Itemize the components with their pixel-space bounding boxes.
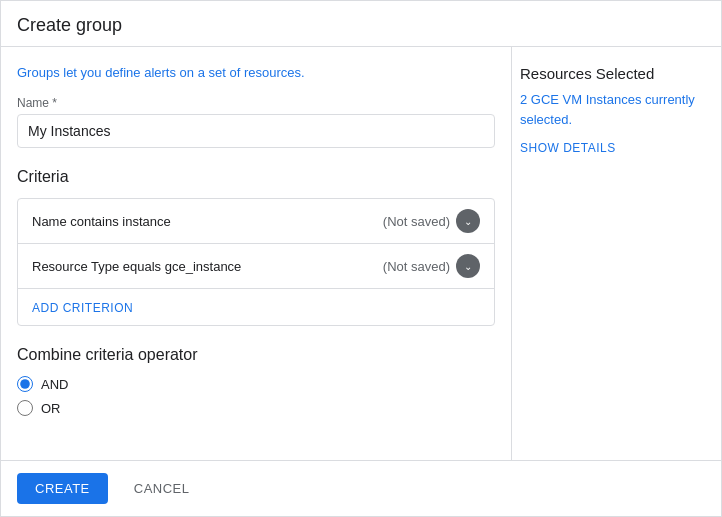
criteria-section: Criteria Name contains instance (Not sav… xyxy=(17,168,495,326)
radio-and-input[interactable] xyxy=(17,376,33,392)
page-header: Create group xyxy=(1,1,721,47)
page-title: Create group xyxy=(17,15,122,35)
radio-or-input[interactable] xyxy=(17,400,33,416)
resources-desc: 2 GCE VM Instances currently selected. xyxy=(520,90,705,129)
radio-or-label: OR xyxy=(41,401,61,416)
criteria-box: Name contains instance (Not saved) ⌄ Res… xyxy=(17,198,495,326)
combine-title: Combine criteria operator xyxy=(17,346,495,364)
criteria-right-2: (Not saved) ⌄ xyxy=(383,254,480,278)
radio-and[interactable]: AND xyxy=(17,376,495,392)
not-saved-1: (Not saved) xyxy=(383,214,450,229)
create-button[interactable]: CREATE xyxy=(17,473,108,504)
add-criterion-link[interactable]: ADD CRITERION xyxy=(32,301,133,315)
radio-and-label: AND xyxy=(41,377,68,392)
side-panel: Resources Selected 2 GCE VM Instances cu… xyxy=(511,47,721,460)
criteria-row-1: Name contains instance (Not saved) ⌄ xyxy=(18,199,494,244)
radio-or[interactable]: OR xyxy=(17,400,495,416)
info-text: Groups let you define alerts on a set of… xyxy=(17,65,495,80)
criteria-row-2: Resource Type equals gce_instance (Not s… xyxy=(18,244,494,289)
chevron-btn-2[interactable]: ⌄ xyxy=(456,254,480,278)
not-saved-2: (Not saved) xyxy=(383,259,450,274)
combine-section: Combine criteria operator AND OR xyxy=(17,346,495,416)
radio-group: AND OR xyxy=(17,376,495,416)
main-content: Groups let you define alerts on a set of… xyxy=(1,47,511,460)
show-details-link[interactable]: SHOW DETAILS xyxy=(520,141,616,155)
chevron-btn-1[interactable]: ⌄ xyxy=(456,209,480,233)
criteria-text-2: Resource Type equals gce_instance xyxy=(32,259,241,274)
resources-title: Resources Selected xyxy=(520,65,705,82)
criteria-title: Criteria xyxy=(17,168,495,186)
name-field-label: Name * xyxy=(17,96,495,110)
page-footer: CREATE CANCEL xyxy=(1,460,721,516)
name-input[interactable] xyxy=(17,114,495,148)
name-field-group: Name * xyxy=(17,96,495,148)
page-container: Create group Groups let you define alert… xyxy=(0,0,722,517)
add-criterion-row: ADD CRITERION xyxy=(18,289,494,325)
page-body: Groups let you define alerts on a set of… xyxy=(1,47,721,460)
criteria-right-1: (Not saved) ⌄ xyxy=(383,209,480,233)
cancel-button[interactable]: CANCEL xyxy=(120,473,204,504)
criteria-text-1: Name contains instance xyxy=(32,214,171,229)
